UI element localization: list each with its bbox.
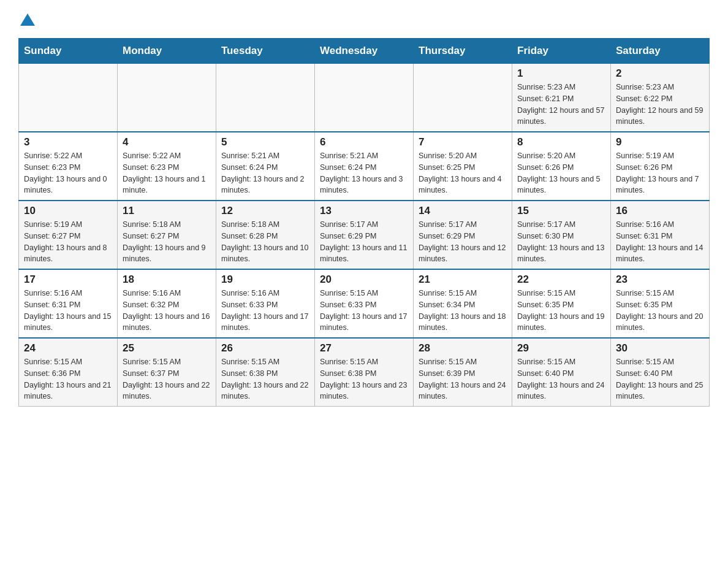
weekday-header-tuesday: Tuesday [216, 39, 315, 64]
day-info: Sunrise: 5:15 AM Sunset: 6:38 PM Dayligh… [221, 356, 309, 402]
day-number: 3 [24, 136, 112, 148]
calendar-cell: 23Sunrise: 5:15 AM Sunset: 6:35 PM Dayli… [611, 269, 710, 338]
calendar-cell: 29Sunrise: 5:15 AM Sunset: 6:40 PM Dayli… [512, 338, 611, 407]
day-info: Sunrise: 5:16 AM Sunset: 6:33 PM Dayligh… [221, 288, 309, 334]
calendar-cell: 21Sunrise: 5:15 AM Sunset: 6:34 PM Dayli… [414, 269, 512, 338]
calendar-cell: 28Sunrise: 5:15 AM Sunset: 6:39 PM Dayli… [414, 338, 512, 407]
day-info: Sunrise: 5:20 AM Sunset: 6:26 PM Dayligh… [517, 150, 605, 196]
calendar-week-row: 3Sunrise: 5:22 AM Sunset: 6:23 PM Daylig… [19, 132, 710, 201]
day-number: 19 [221, 274, 309, 286]
day-info: Sunrise: 5:21 AM Sunset: 6:24 PM Dayligh… [221, 150, 309, 196]
calendar-cell: 7Sunrise: 5:20 AM Sunset: 6:25 PM Daylig… [414, 132, 512, 201]
day-number: 27 [320, 342, 408, 354]
day-number: 17 [24, 274, 112, 286]
day-number: 16 [616, 205, 704, 217]
calendar-cell: 24Sunrise: 5:15 AM Sunset: 6:36 PM Dayli… [19, 338, 118, 407]
calendar-cell [118, 64, 216, 132]
weekday-header-monday: Monday [118, 39, 216, 64]
day-number: 4 [123, 136, 211, 148]
day-info: Sunrise: 5:15 AM Sunset: 6:36 PM Dayligh… [24, 356, 112, 402]
day-number: 9 [616, 136, 704, 148]
calendar-week-row: 10Sunrise: 5:19 AM Sunset: 6:27 PM Dayli… [19, 201, 710, 269]
day-info: Sunrise: 5:15 AM Sunset: 6:34 PM Dayligh… [419, 288, 507, 334]
day-number: 21 [419, 274, 507, 286]
logo [18, 12, 35, 26]
day-info: Sunrise: 5:16 AM Sunset: 6:32 PM Dayligh… [123, 288, 211, 334]
day-number: 15 [517, 205, 605, 217]
calendar-week-row: 1Sunrise: 5:23 AM Sunset: 6:21 PM Daylig… [19, 64, 710, 132]
calendar-cell: 16Sunrise: 5:16 AM Sunset: 6:31 PM Dayli… [611, 201, 710, 269]
calendar-cell: 10Sunrise: 5:19 AM Sunset: 6:27 PM Dayli… [19, 201, 118, 269]
day-number: 6 [320, 136, 408, 148]
day-info: Sunrise: 5:15 AM Sunset: 6:39 PM Dayligh… [419, 356, 507, 402]
day-number: 23 [616, 274, 704, 286]
day-number: 5 [221, 136, 309, 148]
day-info: Sunrise: 5:23 AM Sunset: 6:22 PM Dayligh… [616, 82, 704, 128]
day-number: 8 [517, 136, 605, 148]
day-number: 13 [320, 205, 408, 217]
calendar-cell: 26Sunrise: 5:15 AM Sunset: 6:38 PM Dayli… [216, 338, 315, 407]
calendar-cell: 11Sunrise: 5:18 AM Sunset: 6:27 PM Dayli… [118, 201, 216, 269]
day-info: Sunrise: 5:16 AM Sunset: 6:31 PM Dayligh… [24, 288, 112, 334]
calendar-cell: 14Sunrise: 5:17 AM Sunset: 6:29 PM Dayli… [414, 201, 512, 269]
calendar-cell [315, 64, 414, 132]
weekday-header-friday: Friday [512, 39, 611, 64]
weekday-header-wednesday: Wednesday [315, 39, 414, 64]
day-number: 2 [616, 67, 704, 80]
calendar-cell [414, 64, 512, 132]
calendar-cell: 27Sunrise: 5:15 AM Sunset: 6:38 PM Dayli… [315, 338, 414, 407]
day-number: 11 [123, 205, 211, 217]
day-info: Sunrise: 5:21 AM Sunset: 6:24 PM Dayligh… [320, 150, 408, 196]
day-info: Sunrise: 5:18 AM Sunset: 6:27 PM Dayligh… [123, 219, 211, 265]
calendar-cell: 15Sunrise: 5:17 AM Sunset: 6:30 PM Dayli… [512, 201, 611, 269]
calendar-cell: 20Sunrise: 5:15 AM Sunset: 6:33 PM Dayli… [315, 269, 414, 338]
day-number: 24 [24, 342, 112, 354]
calendar-cell: 18Sunrise: 5:16 AM Sunset: 6:32 PM Dayli… [118, 269, 216, 338]
day-number: 29 [517, 342, 605, 354]
weekday-header-saturday: Saturday [611, 39, 710, 64]
day-info: Sunrise: 5:19 AM Sunset: 6:27 PM Dayligh… [24, 219, 112, 265]
calendar-cell [216, 64, 315, 132]
day-number: 10 [24, 205, 112, 217]
calendar-cell: 30Sunrise: 5:15 AM Sunset: 6:40 PM Dayli… [611, 338, 710, 407]
calendar-cell [19, 64, 118, 132]
day-info: Sunrise: 5:20 AM Sunset: 6:25 PM Dayligh… [419, 150, 507, 196]
day-number: 28 [419, 342, 507, 354]
day-info: Sunrise: 5:23 AM Sunset: 6:21 PM Dayligh… [517, 82, 605, 128]
calendar-cell: 1Sunrise: 5:23 AM Sunset: 6:21 PM Daylig… [512, 64, 611, 132]
calendar-week-row: 17Sunrise: 5:16 AM Sunset: 6:31 PM Dayli… [19, 269, 710, 338]
day-info: Sunrise: 5:15 AM Sunset: 6:35 PM Dayligh… [517, 288, 605, 334]
day-info: Sunrise: 5:15 AM Sunset: 6:35 PM Dayligh… [616, 288, 704, 334]
calendar-cell: 8Sunrise: 5:20 AM Sunset: 6:26 PM Daylig… [512, 132, 611, 201]
calendar-cell: 25Sunrise: 5:15 AM Sunset: 6:37 PM Dayli… [118, 338, 216, 407]
day-info: Sunrise: 5:22 AM Sunset: 6:23 PM Dayligh… [123, 150, 211, 196]
day-info: Sunrise: 5:15 AM Sunset: 6:40 PM Dayligh… [616, 356, 704, 402]
day-number: 30 [616, 342, 704, 354]
day-number: 25 [123, 342, 211, 354]
day-number: 20 [320, 274, 408, 286]
day-number: 14 [419, 205, 507, 217]
day-info: Sunrise: 5:17 AM Sunset: 6:30 PM Dayligh… [517, 219, 605, 265]
day-info: Sunrise: 5:19 AM Sunset: 6:26 PM Dayligh… [616, 150, 704, 196]
day-info: Sunrise: 5:17 AM Sunset: 6:29 PM Dayligh… [320, 219, 408, 265]
calendar-cell: 17Sunrise: 5:16 AM Sunset: 6:31 PM Dayli… [19, 269, 118, 338]
calendar-cell: 5Sunrise: 5:21 AM Sunset: 6:24 PM Daylig… [216, 132, 315, 201]
day-number: 12 [221, 205, 309, 217]
logo-triangle-icon [20, 13, 35, 26]
weekday-header-thursday: Thursday [414, 39, 512, 64]
calendar-cell: 4Sunrise: 5:22 AM Sunset: 6:23 PM Daylig… [118, 132, 216, 201]
day-info: Sunrise: 5:17 AM Sunset: 6:29 PM Dayligh… [419, 219, 507, 265]
day-info: Sunrise: 5:22 AM Sunset: 6:23 PM Dayligh… [24, 150, 112, 196]
day-number: 1 [517, 67, 605, 80]
calendar-cell: 3Sunrise: 5:22 AM Sunset: 6:23 PM Daylig… [19, 132, 118, 201]
calendar-cell: 6Sunrise: 5:21 AM Sunset: 6:24 PM Daylig… [315, 132, 414, 201]
page-header [18, 12, 710, 26]
calendar-week-row: 24Sunrise: 5:15 AM Sunset: 6:36 PM Dayli… [19, 338, 710, 407]
day-info: Sunrise: 5:16 AM Sunset: 6:31 PM Dayligh… [616, 219, 704, 265]
day-info: Sunrise: 5:15 AM Sunset: 6:40 PM Dayligh… [517, 356, 605, 402]
day-info: Sunrise: 5:15 AM Sunset: 6:37 PM Dayligh… [123, 356, 211, 402]
calendar-cell: 2Sunrise: 5:23 AM Sunset: 6:22 PM Daylig… [611, 64, 710, 132]
day-number: 7 [419, 136, 507, 148]
calendar-cell: 22Sunrise: 5:15 AM Sunset: 6:35 PM Dayli… [512, 269, 611, 338]
day-number: 26 [221, 342, 309, 354]
